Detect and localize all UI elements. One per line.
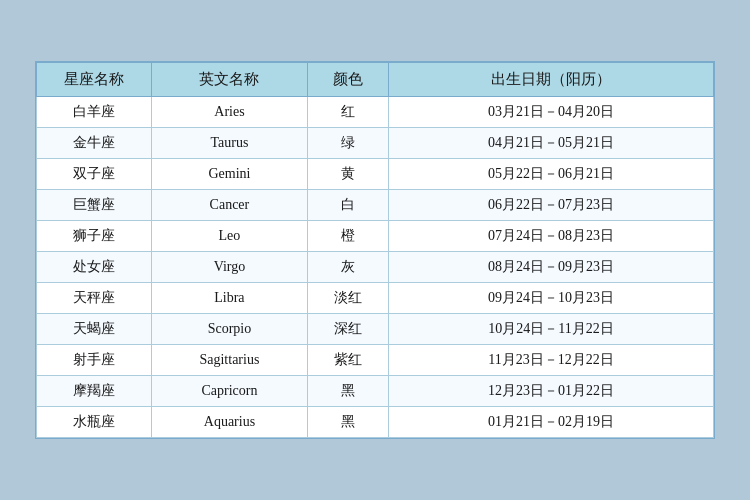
cell-date: 05月22日－06月21日 [389, 159, 714, 190]
cell-en: Libra [152, 283, 308, 314]
table-row: 巨蟹座Cancer白06月22日－07月23日 [37, 190, 714, 221]
cell-en: Capricorn [152, 376, 308, 407]
cell-zh: 天秤座 [37, 283, 152, 314]
cell-zh: 双子座 [37, 159, 152, 190]
cell-color: 白 [307, 190, 388, 221]
table-row: 天秤座Libra淡红09月24日－10月23日 [37, 283, 714, 314]
cell-zh: 狮子座 [37, 221, 152, 252]
cell-en: Taurus [152, 128, 308, 159]
cell-color: 红 [307, 97, 388, 128]
table-row: 双子座Gemini黄05月22日－06月21日 [37, 159, 714, 190]
table-row: 金牛座Taurus绿04月21日－05月21日 [37, 128, 714, 159]
cell-zh: 白羊座 [37, 97, 152, 128]
table-row: 水瓶座Aquarius黑01月21日－02月19日 [37, 407, 714, 438]
cell-color: 黄 [307, 159, 388, 190]
cell-en: Cancer [152, 190, 308, 221]
cell-date: 01月21日－02月19日 [389, 407, 714, 438]
cell-zh: 天蝎座 [37, 314, 152, 345]
cell-color: 黑 [307, 407, 388, 438]
cell-color: 紫红 [307, 345, 388, 376]
cell-en: Virgo [152, 252, 308, 283]
cell-color: 深红 [307, 314, 388, 345]
cell-date: 10月24日－11月22日 [389, 314, 714, 345]
cell-en: Gemini [152, 159, 308, 190]
cell-date: 06月22日－07月23日 [389, 190, 714, 221]
cell-en: Aries [152, 97, 308, 128]
header-color: 颜色 [307, 63, 388, 97]
table-row: 白羊座Aries红03月21日－04月20日 [37, 97, 714, 128]
cell-date: 03月21日－04月20日 [389, 97, 714, 128]
zodiac-table: 星座名称 英文名称 颜色 出生日期（阳历） 白羊座Aries红03月21日－04… [36, 62, 714, 438]
table-row: 天蝎座Scorpio深红10月24日－11月22日 [37, 314, 714, 345]
cell-en: Aquarius [152, 407, 308, 438]
header-en: 英文名称 [152, 63, 308, 97]
table-header-row: 星座名称 英文名称 颜色 出生日期（阳历） [37, 63, 714, 97]
cell-date: 11月23日－12月22日 [389, 345, 714, 376]
cell-color: 淡红 [307, 283, 388, 314]
table-row: 狮子座Leo橙07月24日－08月23日 [37, 221, 714, 252]
table-row: 摩羯座Capricorn黑12月23日－01月22日 [37, 376, 714, 407]
cell-date: 08月24日－09月23日 [389, 252, 714, 283]
cell-en: Scorpio [152, 314, 308, 345]
table-body: 白羊座Aries红03月21日－04月20日金牛座Taurus绿04月21日－0… [37, 97, 714, 438]
header-zh: 星座名称 [37, 63, 152, 97]
cell-color: 橙 [307, 221, 388, 252]
zodiac-table-container: 星座名称 英文名称 颜色 出生日期（阳历） 白羊座Aries红03月21日－04… [35, 61, 715, 439]
cell-en: Sagittarius [152, 345, 308, 376]
table-row: 处女座Virgo灰08月24日－09月23日 [37, 252, 714, 283]
cell-color: 绿 [307, 128, 388, 159]
cell-zh: 金牛座 [37, 128, 152, 159]
cell-zh: 巨蟹座 [37, 190, 152, 221]
header-date: 出生日期（阳历） [389, 63, 714, 97]
cell-en: Leo [152, 221, 308, 252]
cell-date: 07月24日－08月23日 [389, 221, 714, 252]
cell-zh: 射手座 [37, 345, 152, 376]
cell-color: 灰 [307, 252, 388, 283]
cell-date: 04月21日－05月21日 [389, 128, 714, 159]
table-row: 射手座Sagittarius紫红11月23日－12月22日 [37, 345, 714, 376]
cell-date: 09月24日－10月23日 [389, 283, 714, 314]
cell-zh: 处女座 [37, 252, 152, 283]
cell-zh: 摩羯座 [37, 376, 152, 407]
cell-date: 12月23日－01月22日 [389, 376, 714, 407]
cell-zh: 水瓶座 [37, 407, 152, 438]
cell-color: 黑 [307, 376, 388, 407]
